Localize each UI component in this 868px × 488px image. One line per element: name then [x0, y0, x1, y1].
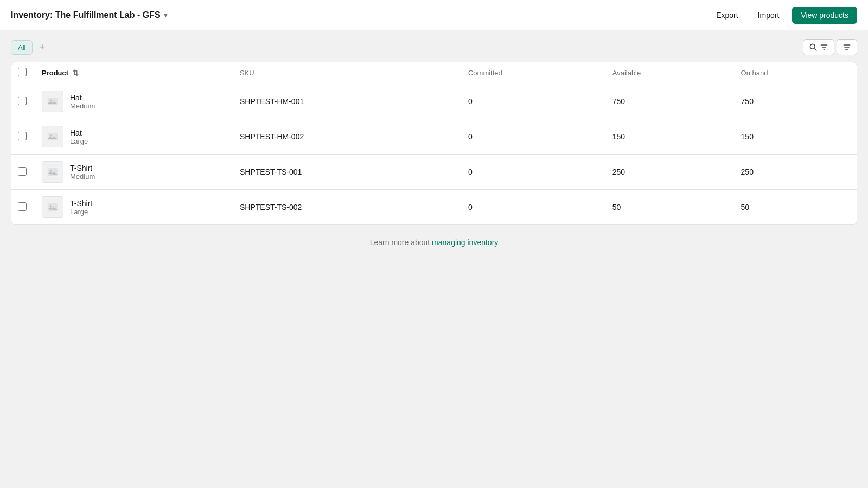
view-products-button[interactable]: View products — [792, 7, 857, 24]
main-content: All + — [0, 30, 868, 255]
row-checkbox-0[interactable] — [18, 97, 27, 105]
row-sku: SHPTEST-HM-001 — [231, 84, 459, 119]
product-variant: Medium — [70, 102, 95, 110]
svg-rect-2 — [821, 44, 828, 46]
row-available: 150 — [604, 119, 732, 155]
footer-text: Learn more about managing inventory — [11, 238, 857, 247]
row-checkbox-cell[interactable] — [11, 190, 33, 225]
column-committed: Committed — [459, 62, 604, 84]
product-name: Hat — [70, 93, 95, 102]
image-placeholder-icon — [47, 166, 58, 177]
inventory-table: Product ⇅ SKU Committed Available On han… — [11, 62, 857, 224]
row-available: 50 — [604, 190, 732, 225]
table-row: Hat Medium SHPTEST-HM-001 0 750 750 — [11, 84, 857, 119]
tabs-left: All + — [11, 40, 49, 55]
product-image-1 — [42, 126, 63, 147]
page-title: Inventory: The Fulfillment Lab - GFS ▼ — [11, 10, 169, 20]
svg-point-6 — [50, 100, 52, 101]
row-committed: 0 — [459, 155, 604, 190]
column-product[interactable]: Product ⇅ — [33, 62, 231, 84]
row-checkbox-3[interactable] — [18, 202, 27, 211]
export-button[interactable]: Export — [710, 7, 744, 24]
row-sku: SHPTEST-HM-002 — [231, 119, 459, 155]
row-product-cell: T-Shirt Large — [33, 190, 231, 225]
row-on-hand: 50 — [732, 190, 857, 225]
row-committed: 0 — [459, 84, 604, 119]
row-product-cell: Hat Large — [33, 119, 231, 155]
managing-inventory-link[interactable]: managing inventory — [432, 238, 498, 247]
product-image-3 — [42, 196, 63, 218]
search-filter-button[interactable] — [803, 39, 834, 55]
product-sort-icon: ⇅ — [73, 69, 79, 77]
product-info-1: Hat Large — [70, 129, 88, 145]
svg-rect-3 — [822, 47, 826, 48]
import-button[interactable]: Import — [751, 7, 786, 24]
sort-icon — [843, 43, 851, 52]
image-placeholder-icon — [47, 96, 58, 107]
svg-point-0 — [810, 44, 815, 49]
table-row: T-Shirt Medium SHPTEST-TS-001 0 250 250 — [11, 155, 857, 190]
svg-rect-5 — [48, 98, 58, 105]
svg-rect-9 — [48, 168, 58, 176]
row-on-hand: 150 — [732, 119, 857, 155]
row-committed: 0 — [459, 190, 604, 225]
row-product-cell: Hat Medium — [33, 84, 231, 119]
table-row: Hat Large SHPTEST-HM-002 0 150 150 — [11, 119, 857, 155]
svg-rect-4 — [823, 49, 825, 50]
tabs-bar: All + — [11, 39, 857, 55]
product-info-0: Hat Medium — [70, 93, 95, 110]
product-info-3: T-Shirt Large — [70, 199, 92, 216]
column-sku: SKU — [231, 62, 459, 84]
search-icon — [809, 43, 818, 52]
product-name: T-Shirt — [70, 199, 92, 208]
footer-prefix: Learn more about — [370, 238, 432, 247]
image-placeholder-icon — [47, 131, 58, 142]
row-checkbox-cell[interactable] — [11, 155, 33, 190]
column-on-hand: On hand — [732, 62, 857, 84]
table-row: T-Shirt Large SHPTEST-TS-002 0 50 50 — [11, 190, 857, 225]
product-info-2: T-Shirt Medium — [70, 164, 95, 181]
svg-line-1 — [814, 48, 816, 50]
header-select-all[interactable] — [11, 62, 33, 84]
page-header: Inventory: The Fulfillment Lab - GFS ▼ E… — [0, 0, 868, 30]
tab-all[interactable]: All — [11, 40, 33, 55]
product-name: Hat — [70, 129, 88, 137]
row-on-hand: 250 — [732, 155, 857, 190]
column-available: Available — [604, 62, 732, 84]
title-dropdown-icon[interactable]: ▼ — [163, 11, 169, 19]
row-sku: SHPTEST-TS-001 — [231, 155, 459, 190]
select-all-checkbox[interactable] — [18, 68, 27, 76]
product-variant: Large — [70, 137, 88, 145]
svg-point-12 — [50, 206, 52, 207]
row-on-hand: 750 — [732, 84, 857, 119]
title-text: Inventory: The Fulfillment Lab - GFS — [11, 10, 161, 20]
row-product-cell: T-Shirt Medium — [33, 155, 231, 190]
product-image-2 — [42, 161, 63, 183]
header-actions: Export Import View products — [710, 7, 857, 24]
svg-point-8 — [50, 135, 52, 137]
table-header-row: Product ⇅ SKU Committed Available On han… — [11, 62, 857, 84]
row-committed: 0 — [459, 119, 604, 155]
inventory-table-wrapper: Product ⇅ SKU Committed Available On han… — [11, 62, 857, 225]
product-variant: Large — [70, 208, 92, 216]
add-tab-button[interactable]: + — [35, 41, 49, 53]
product-variant: Medium — [70, 172, 95, 181]
sort-button[interactable] — [837, 39, 857, 55]
row-sku: SHPTEST-TS-002 — [231, 190, 459, 225]
row-checkbox-cell[interactable] — [11, 119, 33, 155]
row-available: 750 — [604, 84, 732, 119]
product-image-0 — [42, 91, 63, 112]
row-checkbox-cell[interactable] — [11, 84, 33, 119]
product-name: T-Shirt — [70, 164, 95, 172]
image-placeholder-icon — [47, 202, 58, 213]
row-checkbox-2[interactable] — [18, 167, 27, 176]
row-checkbox-1[interactable] — [18, 132, 27, 140]
row-available: 250 — [604, 155, 732, 190]
svg-rect-11 — [48, 203, 58, 211]
svg-rect-7 — [48, 133, 58, 140]
filter-icon — [820, 43, 828, 52]
svg-point-10 — [50, 170, 52, 172]
tabs-right — [803, 39, 857, 55]
